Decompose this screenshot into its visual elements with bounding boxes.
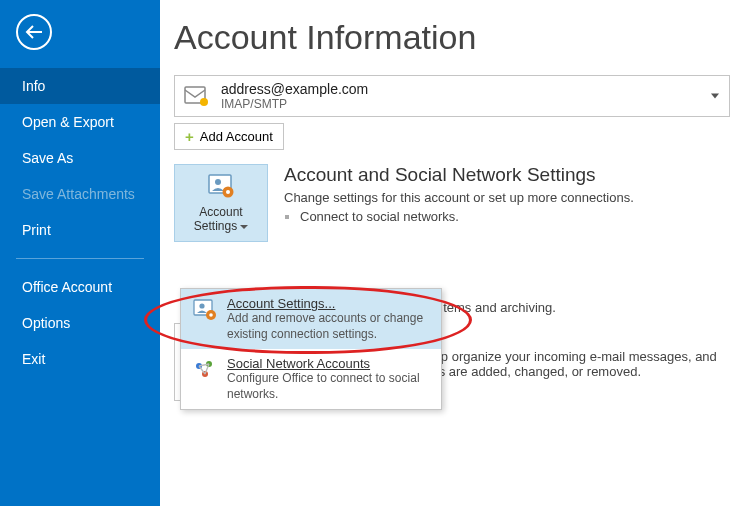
add-account-label: Add Account: [200, 129, 273, 144]
account-selector[interactable]: address@example.com IMAP/SMTP: [174, 75, 730, 117]
account-settings-section-desc: Change settings for this account or set …: [284, 190, 730, 205]
mailbox-icon: [183, 82, 211, 110]
account-settings-icon: [191, 296, 219, 324]
account-settings-icon: [204, 171, 238, 201]
nav-options[interactable]: Options: [0, 305, 160, 341]
nav-office-account[interactable]: Office Account: [0, 269, 160, 305]
svg-point-9: [199, 303, 204, 308]
chevron-down-icon: [711, 94, 719, 99]
dropdown-account-settings-title: Account Settings...: [227, 296, 431, 311]
svg-point-11: [209, 313, 213, 317]
account-email: address@example.com: [221, 81, 368, 97]
nav-save-as[interactable]: Save As: [0, 140, 160, 176]
dropdown-item-account-settings[interactable]: Account Settings... Add and remove accou…: [181, 289, 441, 349]
svg-point-5: [226, 190, 230, 194]
account-settings-bullet: Connect to social networks.: [300, 209, 730, 224]
nav-info[interactable]: Info: [0, 68, 160, 104]
nav-open-export[interactable]: Open & Export: [0, 104, 160, 140]
social-network-icon: [191, 356, 219, 384]
plus-icon: +: [185, 128, 194, 145]
account-type: IMAP/SMTP: [221, 97, 368, 111]
nav-exit[interactable]: Exit: [0, 341, 160, 377]
page-title: Account Information: [174, 18, 730, 57]
account-settings-dropdown: Account Settings... Add and remove accou…: [180, 288, 442, 410]
dropdown-social-network-title: Social Network Accounts: [227, 356, 431, 371]
account-settings-button-label: Account Settings: [194, 205, 243, 233]
svg-point-3: [215, 179, 221, 185]
nav-save-attachments: Save Attachments: [0, 176, 160, 212]
dropdown-item-social-network[interactable]: Social Network Accounts Configure Office…: [181, 349, 441, 409]
backstage-sidebar: Info Open & Export Save As Save Attachme…: [0, 0, 160, 506]
nav-separator: [16, 258, 144, 259]
nav-print[interactable]: Print: [0, 212, 160, 248]
chevron-down-icon: [240, 225, 248, 229]
dropdown-account-settings-desc: Add and remove accounts or change existi…: [227, 311, 431, 342]
dropdown-social-network-desc: Configure Office to connect to social ne…: [227, 371, 431, 402]
account-settings-button[interactable]: Account Settings: [174, 164, 268, 242]
back-button[interactable]: [16, 14, 52, 50]
content-area: Account Information address@example.com …: [160, 0, 744, 506]
add-account-button[interactable]: + Add Account: [174, 123, 284, 150]
back-arrow-icon: [25, 25, 43, 39]
svg-point-1: [200, 98, 208, 106]
account-settings-section-title: Account and Social Network Settings: [284, 164, 730, 186]
